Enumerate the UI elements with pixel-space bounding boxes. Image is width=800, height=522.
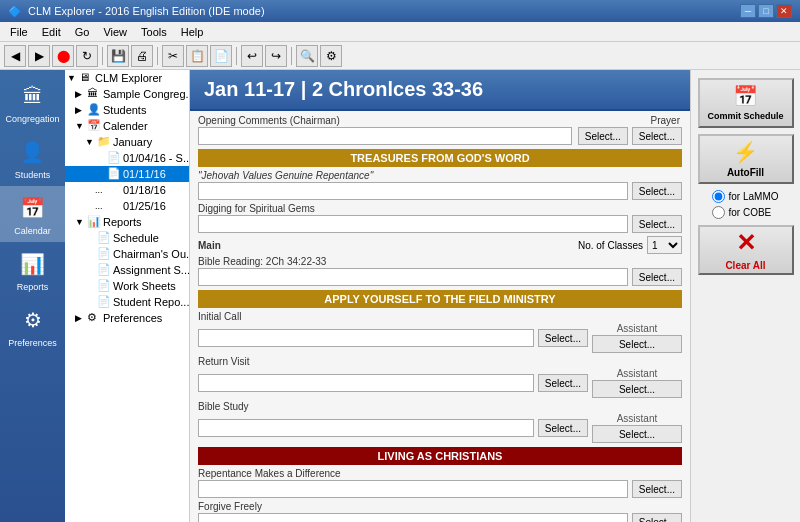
commit-schedule-btn[interactable]: 📅 Commit Schedule [698,78,794,128]
tree-assignment[interactable]: 📄 Assignment S... [65,262,189,278]
forgive-label: Forgive Freely [198,501,682,512]
tree-congregation[interactable]: ▶ 🏛 Sample Congreg... [65,86,189,102]
forgive-input[interactable] [198,513,628,522]
initial-call-select-btn[interactable]: Select... [538,329,588,347]
repentance-label: Repentance Makes a Difference [198,468,682,479]
content-area: Jan 11-17 | 2 Chronlces 33-36 Opening Co… [190,70,690,522]
cut-btn[interactable]: ✂ [162,45,184,67]
settings-btn[interactable]: ⚙ [320,45,342,67]
tree-student-reports[interactable]: 📄 Student Repo... [65,294,189,310]
week-range: Jan 11-17 [204,78,295,100]
tree-week3[interactable]: ... 01/18/16 [65,182,189,198]
tree-week4[interactable]: ... 01/25/16 [65,198,189,214]
opening-select-btn[interactable]: Select... [578,127,628,145]
toolbar-sep2 [157,47,158,65]
apply-header: APPLY YOURSELF TO THE FIELD MINISTRY [198,290,682,308]
initial-call-assistant-label: Assistant [592,323,682,334]
stop-btn[interactable]: ⬤ [52,45,74,67]
undo-btn[interactable]: ↩ [241,45,263,67]
minimize-btn[interactable]: ─ [740,4,756,18]
tree-week1[interactable]: 📄 01/04/16 - S... [65,150,189,166]
calendar-icon: 📅 [17,192,49,224]
repentance-input[interactable] [198,480,628,498]
radio-lammo[interactable]: for LaMMO [712,190,778,203]
sidebar-item-reports[interactable]: 📊 Reports [0,242,65,298]
expand-icon: ... [95,185,105,195]
tree-clm-explorer[interactable]: ▼ 🖥 CLM Explorer [65,70,189,86]
bible-study-assistant-label: Assistant [592,413,682,424]
expand-icon: ▼ [75,217,85,227]
menu-edit[interactable]: Edit [36,25,67,39]
autofill-btn[interactable]: ⚡ AutoFill [698,134,794,184]
copy-btn[interactable]: 📋 [186,45,208,67]
digging-input[interactable] [198,215,628,233]
tree-reports[interactable]: ▼ 📊 Reports [65,214,189,230]
repentance-select-btn[interactable]: Select... [632,480,682,498]
close-btn[interactable]: ✕ [776,4,792,18]
radio-cobe[interactable]: for COBE [712,206,778,219]
tree-schedule[interactable]: 📄 Schedule [65,230,189,246]
jehovah-label: "Jehovah Values Genuine Repentance" [198,170,682,181]
sidebar-item-preferences[interactable]: ⚙ Preferences [0,298,65,354]
tree-worksheets[interactable]: 📄 Work Sheets [65,278,189,294]
menu-view[interactable]: View [97,25,133,39]
commit-icon: 📅 [733,84,758,108]
tree-calendar[interactable]: ▼ 📅 Calender [65,118,189,134]
return-visit-select-btn[interactable]: Select... [538,374,588,392]
tree-students[interactable]: ▶ 👤 Students [65,102,189,118]
search-btn[interactable]: 🔍 [296,45,318,67]
return-visit-input[interactable] [198,374,534,392]
congregation-icon: 🏛 [17,80,49,112]
toolbar-sep3 [236,47,237,65]
clear-all-btn[interactable]: ✕ Clear All [698,225,794,275]
expand-icon: ▶ [75,313,85,323]
expand-icon: ▼ [75,121,85,131]
tree-week2[interactable]: 📄 01/11/16 [65,166,189,182]
menu-help[interactable]: Help [175,25,210,39]
menu-tools[interactable]: Tools [135,25,173,39]
bible-study-select-btn[interactable]: Select... [538,419,588,437]
bible-reading-label: Bible Reading: 2Ch 34:22-33 [198,256,682,267]
sidebar-item-congregation[interactable]: 🏛 Congregation [0,74,65,130]
return-visit-assistant-btn[interactable]: Select... [592,380,682,398]
preferences-icon: ⚙ [17,304,49,336]
app-icon: 🔷 [8,5,22,18]
bible-reading-input[interactable] [198,268,628,286]
initial-call-input[interactable] [198,329,534,347]
digging-select-btn[interactable]: Select... [632,215,682,233]
forward-btn[interactable]: ▶ [28,45,50,67]
content-header: Jan 11-17 | 2 Chronlces 33-36 [190,70,690,111]
prayer-select-btn[interactable]: Select... [632,127,682,145]
jehovah-select-btn[interactable]: Select... [632,182,682,200]
digging-label: Digging for Spiritual Gems [198,203,682,214]
maximize-btn[interactable]: □ [758,4,774,18]
toolbar-sep1 [102,47,103,65]
refresh-btn[interactable]: ↻ [76,45,98,67]
bible-study-assistant-btn[interactable]: Select... [592,425,682,443]
no-classes-select[interactable]: 1 2 3 [647,236,682,254]
initial-call-assistant-btn[interactable]: Select... [592,335,682,353]
sidebar-item-students[interactable]: 👤 Students [0,130,65,186]
sidebar-item-calendar[interactable]: 📅 Calendar [0,186,65,242]
menu-go[interactable]: Go [69,25,96,39]
back-btn[interactable]: ◀ [4,45,26,67]
autofill-icon: ⚡ [733,140,758,164]
tree-january[interactable]: ▼ 📁 January [65,134,189,150]
save-btn[interactable]: 💾 [107,45,129,67]
print-btn[interactable]: 🖨 [131,45,153,67]
bible-reading-select-btn[interactable]: Select... [632,268,682,286]
redo-btn[interactable]: ↪ [265,45,287,67]
expand-icon: ... [95,201,105,211]
bible-study-input[interactable] [198,419,534,437]
jehovah-input[interactable] [198,182,628,200]
paste-btn[interactable]: 📄 [210,45,232,67]
tree-chairmans-outline[interactable]: 📄 Chairman's Ou... [65,246,189,262]
tree-preferences[interactable]: ▶ ⚙ Preferences [65,310,189,326]
menu-file[interactable]: File [4,25,34,39]
forgive-select-btn[interactable]: Select... [632,513,682,522]
title-bar-text: CLM Explorer - 2016 English Edition (IDE… [28,5,265,17]
toolbar: ◀ ▶ ⬤ ↻ 💾 🖨 ✂ 📋 📄 ↩ ↪ 🔍 ⚙ [0,42,800,70]
form-area: Opening Comments (Chairman) Prayer Selec… [190,111,690,522]
expand-icon: ▶ [75,105,85,115]
opening-comments-input[interactable] [198,127,572,145]
